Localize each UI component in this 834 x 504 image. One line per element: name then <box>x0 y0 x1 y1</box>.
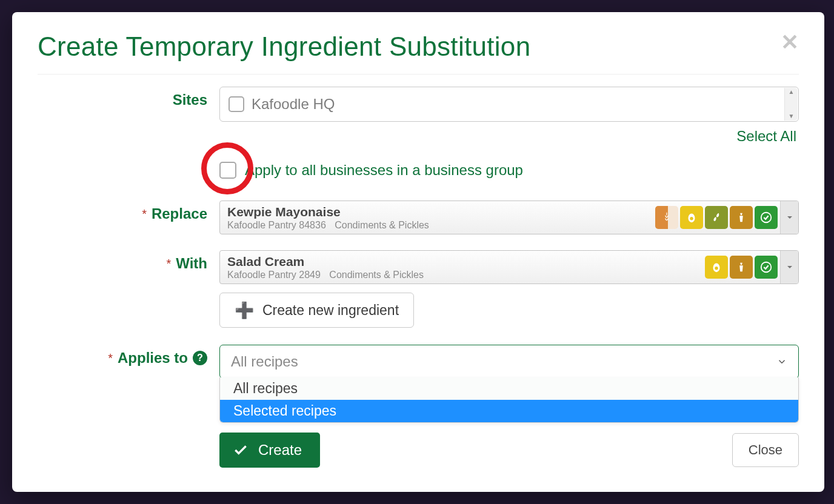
close-button[interactable]: Close <box>732 433 799 467</box>
with-ingredient-name: Salad Cream <box>227 255 695 268</box>
applies-to-select[interactable]: All recipes <box>219 345 799 379</box>
required-marker: * <box>166 257 171 271</box>
modal-header: Create Temporary Ingredient Substitution… <box>38 31 799 75</box>
replace-ingredient-meta: Kafoodle Pantry 84836 Condiments & Pickl… <box>227 220 646 231</box>
replace-allergen-badges <box>653 201 780 234</box>
with-ingredient-picker[interactable]: Salad Cream Kafoodle Pantry 2849 Condime… <box>219 250 799 284</box>
sites-multiselect[interactable]: Kafoodle HQ ▲ ▼ <box>219 87 799 122</box>
row-sites: Sites Kafoodle HQ ▲ ▼ Select All <box>38 87 799 193</box>
verified-icon <box>755 256 778 279</box>
required-marker: * <box>142 207 147 221</box>
label-replace: * Replace <box>38 201 219 222</box>
scroll-up-icon[interactable]: ▲ <box>785 88 798 96</box>
label-applies-to: * Applies to ? <box>38 345 219 366</box>
replace-ingredient-name: Kewpie Mayonaise <box>227 205 646 219</box>
soy-icon <box>705 206 728 229</box>
scroll-down-icon[interactable]: ▼ <box>785 112 798 121</box>
replace-ingredient-picker[interactable]: Kewpie Mayonaise Kafoodle Pantry 84836 C… <box>219 201 799 234</box>
applies-to-dropdown: All recipes Selected recipes <box>219 377 799 423</box>
with-ingredient-info: Salad Cream Kafoodle Pantry 2849 Condime… <box>220 251 702 284</box>
required-marker: * <box>108 351 113 365</box>
mustard-icon <box>730 206 753 229</box>
option-all-recipes[interactable]: All recipes <box>220 377 798 400</box>
replace-ingredient-info: Kewpie Mayonaise Kafoodle Pantry 84836 C… <box>220 201 653 234</box>
svg-point-4 <box>715 267 718 270</box>
egg-icon <box>680 206 703 229</box>
verified-icon <box>755 206 778 229</box>
replace-dropdown-toggle[interactable] <box>780 201 798 234</box>
substitution-modal: Create Temporary Ingredient Substitution… <box>12 12 824 492</box>
chevron-down-icon <box>776 356 787 367</box>
option-selected-recipes[interactable]: Selected recipes <box>220 400 798 422</box>
apply-all-label: Apply to all businesses in a business gr… <box>245 162 523 179</box>
apply-all-checkbox[interactable] <box>219 162 236 179</box>
help-icon[interactable]: ? <box>193 351 207 365</box>
row-replace: * Replace Kewpie Mayonaise Kafoodle Pant… <box>38 201 799 243</box>
with-ingredient-category: Condiments & Pickles <box>329 270 424 280</box>
form-body: Sites Kafoodle HQ ▲ ▼ Select All <box>38 75 799 468</box>
with-dropdown-toggle[interactable] <box>780 251 798 284</box>
applies-to-value: All recipes <box>231 353 298 370</box>
create-button[interactable]: Create <box>219 433 320 468</box>
label-sites: Sites <box>38 87 219 108</box>
row-with: * With Salad Cream Kafoodle Pantry 2849 … <box>38 250 799 328</box>
svg-point-1 <box>690 217 693 220</box>
with-ingredient-source: Kafoodle Pantry 2849 <box>227 270 321 280</box>
check-icon <box>233 442 249 458</box>
site-option-label: Kafoodle HQ <box>252 96 335 113</box>
label-replace-text: Replace <box>152 205 207 222</box>
with-allergen-badges <box>702 251 780 284</box>
create-ingredient-label: Create new ingredient <box>262 302 399 319</box>
wheat-icon <box>655 206 678 229</box>
label-sites-text: Sites <box>173 91 207 108</box>
mustard-icon <box>730 256 753 279</box>
modal-footer: Create Close <box>219 433 799 468</box>
modal-title: Create Temporary Ingredient Substitution <box>38 31 530 62</box>
egg-icon <box>705 256 728 279</box>
replace-ingredient-category: Condiments & Pickles <box>335 220 429 230</box>
close-icon[interactable]: ✕ <box>781 31 799 53</box>
label-applies-to-text: Applies to <box>118 350 188 366</box>
plus-icon: ➕ <box>235 301 254 320</box>
apply-all-row: Apply to all businesses in a business gr… <box>219 159 799 193</box>
label-with: * With <box>38 250 219 272</box>
sites-scrollbar[interactable]: ▲ ▼ <box>784 88 798 121</box>
select-all-link[interactable]: Select All <box>736 128 796 144</box>
label-with-text: With <box>176 255 207 272</box>
site-checkbox[interactable] <box>229 96 244 112</box>
create-ingredient-button[interactable]: ➕ Create new ingredient <box>219 293 414 328</box>
replace-ingredient-source: Kafoodle Pantry 84836 <box>227 220 326 230</box>
with-ingredient-meta: Kafoodle Pantry 2849 Condiments & Pickle… <box>227 270 695 280</box>
row-applies-to: * Applies to ? All recipes All recipes S… <box>38 345 799 468</box>
create-button-label: Create <box>258 442 302 459</box>
